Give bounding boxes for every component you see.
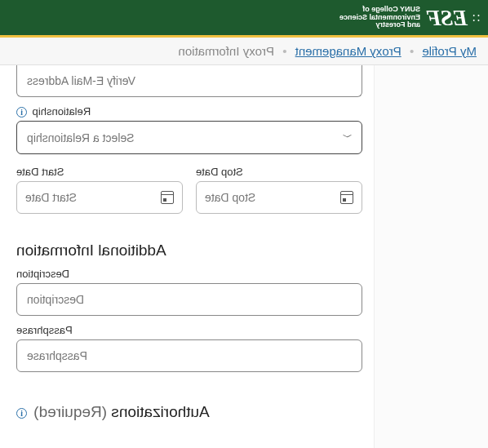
additional-info-heading: Additional Information bbox=[16, 242, 362, 259]
stop-date-field[interactable]: Stop Date bbox=[196, 181, 362, 214]
info-icon[interactable]: i bbox=[16, 408, 27, 419]
relationship-label: Relationship i bbox=[16, 105, 362, 118]
relationship-select[interactable]: ﹀ Select a Relationship bbox=[16, 121, 362, 154]
menu-dots-icon[interactable]: ∷ bbox=[474, 11, 480, 24]
main-content: Verify E-Mail Address Relationship i ﹀ S… bbox=[0, 65, 374, 448]
logo-subtitle: SUNY College of Environmental Science an… bbox=[339, 6, 420, 30]
breadcrumb: My Profile • Proxy Management • Proxy In… bbox=[0, 38, 488, 65]
calendar-icon bbox=[340, 191, 353, 204]
stop-date-label: Stop Date bbox=[196, 166, 362, 178]
passphrase-field[interactable]: Passphrase bbox=[16, 339, 362, 372]
breadcrumb-proxy-management[interactable]: Proxy Management bbox=[295, 44, 401, 58]
description-field[interactable]: Description bbox=[16, 283, 362, 316]
start-date-field[interactable]: Start Date bbox=[16, 181, 183, 214]
app-header: ∷ ESF SUNY College of Environmental Scie… bbox=[0, 0, 488, 38]
description-label: Description bbox=[16, 268, 362, 280]
passphrase-label: Passphrase bbox=[16, 324, 362, 336]
left-panel bbox=[374, 65, 488, 448]
chevron-down-icon: ﹀ bbox=[342, 131, 352, 144]
info-icon[interactable]: i bbox=[16, 107, 27, 118]
breadcrumb-my-profile[interactable]: My Profile bbox=[422, 44, 477, 58]
start-date-label: Start Date bbox=[16, 166, 183, 178]
calendar-icon bbox=[161, 191, 174, 204]
logo: ESF bbox=[427, 5, 468, 31]
authorizations-heading: Authorizations (Required) i bbox=[16, 403, 362, 421]
breadcrumb-current: Proxy Information bbox=[178, 44, 274, 58]
verify-email-field[interactable]: Verify E-Mail Address bbox=[16, 65, 362, 97]
